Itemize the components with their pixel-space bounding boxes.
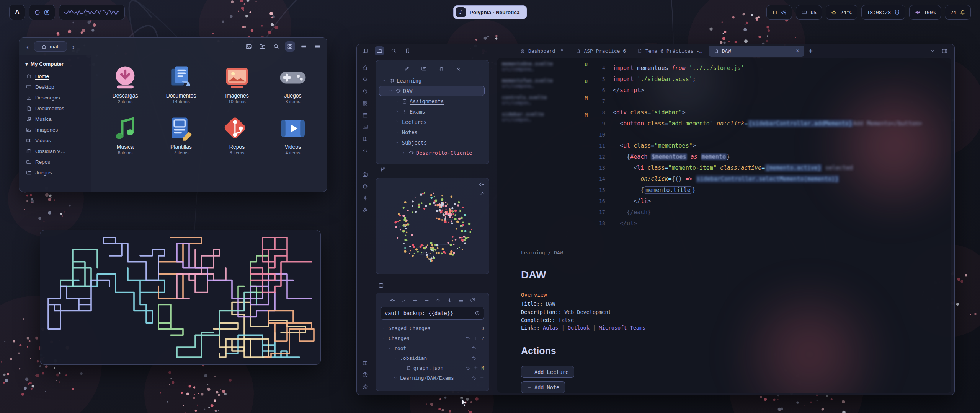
sort-order-icon[interactable]	[438, 66, 444, 72]
forward-button[interactable]: ›	[71, 43, 76, 50]
sidebar-item-Repos[interactable]: Repos	[23, 156, 87, 167]
module-keyboard-layout[interactable]: US	[796, 5, 822, 20]
activity-settings-icon[interactable]	[362, 384, 368, 390]
graph-view[interactable]	[376, 178, 489, 274]
files-icon[interactable]	[375, 46, 384, 55]
source-control-pane-icon[interactable]	[378, 283, 384, 288]
activity-code-icon[interactable]	[362, 148, 368, 154]
git-row-graph.json[interactable]: graph.jsonM	[381, 363, 484, 373]
git-row-root[interactable]: root	[381, 343, 484, 353]
collapse-all-icon[interactable]	[456, 66, 461, 72]
discard-icon[interactable]	[472, 346, 477, 351]
tray-app-music-icon[interactable]	[44, 9, 50, 16]
commit-icon[interactable]	[389, 298, 395, 303]
git-row-.obsidian[interactable]: .obsidian	[381, 353, 484, 363]
tab-Tema 6 Prácticas -…[interactable]: Tema 6 Prácticas -…	[632, 46, 707, 57]
tree-item-Assignments[interactable]: Assignments	[379, 96, 485, 106]
button-Add Lecture[interactable]: Add Lecture	[521, 366, 574, 378]
list-view-icon[interactable]	[301, 43, 307, 50]
sidebar-item-Imagenes[interactable]: Imagenes	[23, 124, 87, 135]
plus-icon[interactable]	[474, 336, 479, 341]
split-editor-icon[interactable]	[942, 48, 947, 54]
graph-settings-icon[interactable]	[479, 182, 485, 187]
pull-icon[interactable]	[447, 298, 452, 303]
module-clock[interactable]: 18:08:28	[861, 5, 905, 20]
editor-pane[interactable]: mementoOne.sveltesrc/compone…UmementoTwo…	[497, 58, 951, 393]
link-Outlook[interactable]: Outlook	[568, 325, 590, 331]
folder-Descargas[interactable]: Descargas2 items	[97, 61, 153, 107]
unstage-all-icon[interactable]	[424, 298, 430, 303]
discard-icon[interactable]	[466, 366, 470, 371]
discard-icon[interactable]	[466, 336, 470, 341]
commit-message-input[interactable]	[385, 310, 472, 316]
new-note-icon[interactable]	[404, 66, 410, 72]
activity-vault-icon[interactable]	[362, 360, 368, 366]
tab-list-icon[interactable]	[930, 48, 936, 54]
plus-icon[interactable]	[480, 356, 485, 361]
graph-filter-icon[interactable]	[479, 191, 484, 197]
new-folder-icon[interactable]	[259, 43, 266, 50]
change-list-icon[interactable]	[458, 298, 464, 303]
git-row-Staged Changes[interactable]: Staged Changes0	[381, 323, 484, 333]
activity-help-icon[interactable]	[362, 372, 368, 378]
stage-all-icon[interactable]	[412, 298, 418, 303]
activity-calendar-icon[interactable]	[362, 112, 368, 118]
activity-bookmark-heart-icon[interactable]	[362, 88, 368, 94]
plus-icon[interactable]	[480, 346, 485, 351]
breadcrumb[interactable]: matt	[34, 41, 67, 52]
commit-all-icon[interactable]	[401, 298, 407, 303]
git-row-Changes[interactable]: Changes2	[381, 333, 484, 343]
activity-tools-icon[interactable]	[362, 207, 368, 213]
sidebar-item-Musica[interactable]: Musica	[23, 114, 87, 124]
search-icon[interactable]	[389, 46, 398, 55]
sidebar-item-Juegos[interactable]: Juegos	[23, 167, 87, 178]
now-playing-widget[interactable]: ♪ Polyphia - Neurotica	[453, 5, 527, 19]
folder-Repos[interactable]: Repos6 items	[209, 112, 265, 159]
tray-app-circle-icon[interactable]	[34, 9, 41, 16]
activity-finance-icon[interactable]	[362, 195, 368, 201]
tree-item-Subjects[interactable]: Subjects	[379, 137, 485, 148]
folder-Plantillas[interactable]: Plantillas7 items	[153, 112, 209, 159]
link-Microsoft Teams[interactable]: Microsoft Teams	[599, 325, 645, 331]
search-icon[interactable]	[273, 43, 279, 50]
sidebar-item-Desktop[interactable]: Desktop	[23, 81, 87, 92]
tree-item-Exams[interactable]: Exams	[379, 106, 485, 117]
tab-Dashboard[interactable]: Dashboard	[515, 46, 569, 57]
button-Add Note[interactable]: Add Note	[521, 381, 565, 393]
close-tab-icon[interactable]: ×	[791, 47, 799, 54]
tree-item-Learning[interactable]: Learning	[379, 75, 485, 86]
module-volume[interactable]: 100%	[909, 5, 941, 20]
screenshot-icon[interactable]	[245, 43, 252, 50]
activity-terminal-icon[interactable]	[362, 124, 368, 130]
tab-DAW[interactable]: DAW×	[709, 46, 804, 57]
sidebar-item-Videos[interactable]: Videos	[23, 135, 87, 146]
clear-message-icon[interactable]	[475, 311, 480, 316]
tab-ASP Practice 6[interactable]: ASP Practice 6	[570, 46, 631, 57]
sidebar-item-Home[interactable]: Home	[23, 71, 87, 81]
folder-Documentos[interactable]: Documentos14 items	[153, 61, 209, 107]
git-row-Learning/DAW/Exams[interactable]: Learning/DAW/Exams	[381, 373, 484, 383]
link-Aulas[interactable]: Aulas	[543, 325, 559, 331]
sidebar-toggle-icon[interactable]	[361, 46, 370, 55]
activity-coffee-icon[interactable]	[362, 183, 368, 189]
tree-item-Notes[interactable]: Notes	[379, 127, 485, 137]
module-updates[interactable]: 11	[766, 5, 792, 20]
folder-Musica[interactable]: Musica6 items	[97, 112, 153, 159]
bookmarks-icon[interactable]	[403, 46, 412, 55]
new-tab-button[interactable]: +	[805, 47, 816, 55]
tree-item-DAW[interactable]: DAW	[379, 86, 485, 96]
plus-icon[interactable]	[480, 376, 485, 380]
folder-Videos[interactable]: Videos4 items	[265, 112, 321, 159]
folder-Juegos[interactable]: Juegos8 items	[265, 61, 321, 107]
activity-camera-icon[interactable]	[362, 171, 368, 177]
folder-Imagenes[interactable]: Imagenes10 items	[209, 61, 265, 107]
new-folder-icon[interactable]	[421, 66, 427, 72]
activity-search-icon[interactable]	[362, 76, 368, 83]
sidebar-item-Obsidian V…[interactable]: Obsidian V…	[23, 146, 87, 156]
activity-book-icon[interactable]	[362, 136, 368, 142]
back-button[interactable]: ‹	[25, 43, 30, 50]
discard-icon[interactable]	[472, 356, 477, 361]
discard-icon[interactable]	[472, 376, 477, 380]
sidebar-item-Documentos[interactable]: Documentos	[23, 103, 87, 114]
git-branch-icon[interactable]	[380, 166, 385, 172]
